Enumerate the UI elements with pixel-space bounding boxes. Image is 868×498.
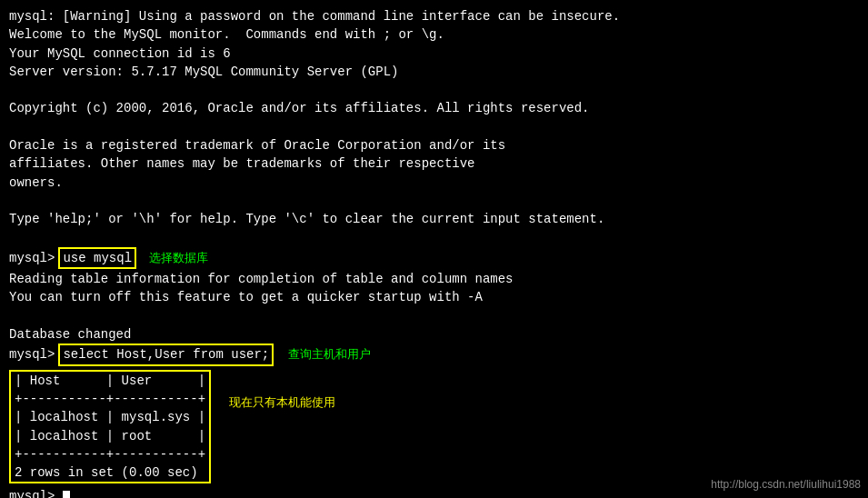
prompt1: mysql>: [9, 249, 55, 267]
watermark: http://blog.csdn.net/liulihui1988: [711, 478, 861, 491]
line-oracle1: Oracle is a registered trademark of Orac…: [9, 136, 859, 154]
table-header: | Host | User |: [11, 372, 209, 390]
line-blank3: [9, 192, 859, 210]
select-annotation: 查询主机和用户: [288, 346, 371, 364]
line-welcome: Welcome to the MySQL monitor. Commands e…: [9, 25, 859, 44]
query-results-table: | Host | User | +-----------+-----------…: [9, 370, 211, 484]
table-annotation: 现在只有本机能使用: [229, 395, 335, 409]
table-sep1: +-----------+-----------+: [11, 390, 209, 408]
use-mysql-command: use mysql: [58, 247, 136, 269]
table-footer: 2 rows in set (0.00 sec): [11, 463, 209, 482]
use-mysql-annotation: 选择数据库: [149, 250, 208, 267]
cursor: [63, 491, 70, 498]
terminal-window: mysql: [Warning] Using a password on the…: [0, 0, 868, 498]
line-blank4: [9, 229, 859, 247]
line-reading2: You can turn off this feature to get a q…: [9, 288, 859, 306]
line-reading1: Reading table information for completion…: [9, 270, 859, 288]
table-row1: | localhost | mysql.sys |: [11, 408, 209, 426]
table-sep2: +-----------+-----------+: [11, 445, 209, 463]
final-prompt: mysql>: [9, 489, 63, 498]
line-blank2: [9, 118, 859, 136]
line-owners: owners.: [9, 174, 859, 192]
table-row2: | localhost | root |: [11, 427, 209, 445]
use-mysql-line: mysql> use mysql选择数据库: [9, 247, 859, 269]
line-copyright: Copyright (c) 2000, 2016, Oracle and/or …: [9, 99, 859, 117]
line-blank1: [9, 81, 859, 99]
line-oracle2: affiliates. Other names may be trademark…: [9, 154, 859, 173]
line-server-version: Server version: 5.7.17 MySQL Community S…: [9, 63, 859, 81]
select-query-line: mysql> select Host,User from user;查询主机和用…: [9, 344, 859, 365]
prompt2: mysql>: [9, 345, 55, 364]
line-blank5: [9, 307, 859, 325]
table-annotation-container: 现在只有本机能使用: [229, 368, 335, 412]
line-db-changed: Database changed: [9, 325, 859, 344]
line-connection-id: Your MySQL connection id is 6: [9, 45, 859, 63]
select-command: select Host,User from user;: [58, 344, 274, 365]
line-help: Type 'help;' or '\h' for help. Type '\c'…: [9, 210, 859, 228]
line-warning: mysql: [Warning] Using a password on the…: [9, 7, 859, 25]
